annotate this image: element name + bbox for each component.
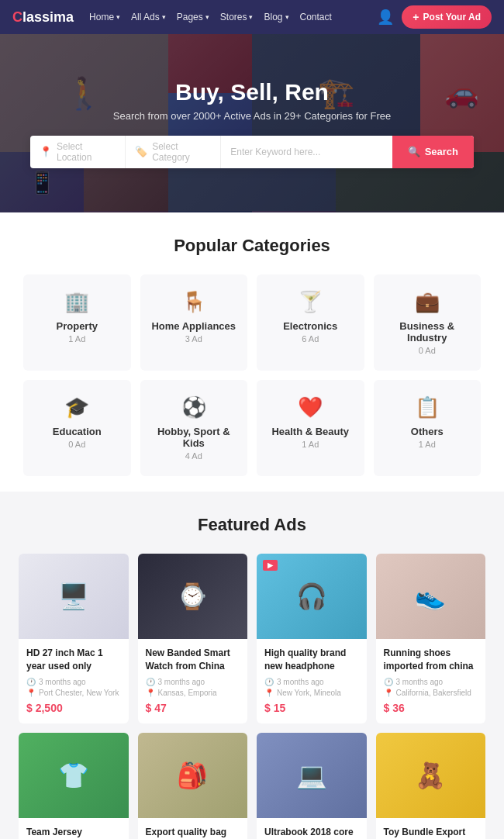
location-icon: 📍 xyxy=(40,146,52,157)
ad-title: Ultrabook 2018 core i7 with 16 GB RAM xyxy=(264,826,359,839)
ad-location: 📍 California, Bakersfield xyxy=(384,689,478,697)
category-icon: ❤️ xyxy=(266,395,355,420)
ad-image: 🖥️ xyxy=(19,554,129,639)
category-card[interactable]: 🏢 Property 1 Ad xyxy=(23,274,131,371)
category-count: 0 Ad xyxy=(33,440,122,449)
ad-price: $ 47 xyxy=(146,702,240,714)
featured-ads-section: Featured Ads 🖥️ HD 27 inch Mac 1 year us… xyxy=(0,492,504,839)
hero-overlay: Buy, Sell, Ren Search from over 2000+ Ac… xyxy=(0,34,504,212)
user-icon[interactable]: 👤 xyxy=(377,9,394,26)
navbar: Classima Home All Ads Pages Stores Blog … xyxy=(0,0,504,34)
search-bar: 📍 Select Location 🏷️ Select Category Ent… xyxy=(30,136,474,168)
category-card[interactable]: ❤️ Health & Beauty 1 Ad xyxy=(257,380,364,476)
location-pin-icon: 📍 xyxy=(26,689,36,697)
category-card[interactable]: 📋 Others 1 Ad xyxy=(374,380,482,476)
category-card[interactable]: 🍸 Electronics 6 Ad xyxy=(257,274,364,371)
category-count: 1 Ad xyxy=(33,334,122,344)
category-card[interactable]: 🎓 Education 0 Ad xyxy=(23,380,131,476)
popular-categories-section: Popular Categories 🏢 Property 1 Ad 🪑 Hom… xyxy=(0,212,504,492)
search-button[interactable]: 🔍 Search xyxy=(392,136,474,168)
ad-card-wrapper: 🖥️ HD 27 inch Mac 1 year used only 🕐 3 m… xyxy=(19,554,129,723)
ad-location: 📍 Port Chester, New York xyxy=(26,689,121,697)
ad-card-wrapper: 🧸 Toy Bundle Export Quality form China w… xyxy=(376,733,486,839)
category-card[interactable]: 🪑 Home Appliances 3 Ad xyxy=(140,274,248,371)
popular-categories-title: Popular Categories xyxy=(23,236,481,256)
category-name: Business & Industry xyxy=(383,320,472,344)
ad-title: High quality brand new headphone xyxy=(264,647,359,673)
nav-blog[interactable]: Blog xyxy=(264,12,288,22)
ad-image: 👕 xyxy=(19,733,129,818)
category-count: 1 Ad xyxy=(383,440,472,449)
category-icon: 🍸 xyxy=(266,290,355,314)
category-icon: 🏷️ xyxy=(135,146,147,157)
ad-card[interactable]: 👕 Team Jersey available in reasonable pr… xyxy=(19,733,129,839)
ad-time: 🕐 3 months ago xyxy=(384,678,478,686)
ad-card-wrapper: 💻 Ultrabook 2018 core i7 with 16 GB RAM … xyxy=(257,733,367,839)
ad-title: New Banded Smart Watch from China xyxy=(146,647,240,673)
clock-icon: 🕐 xyxy=(146,678,155,686)
location-pin-icon: 📍 xyxy=(264,689,274,697)
ad-card[interactable]: ⌚ New Banded Smart Watch from China 🕐 3 … xyxy=(138,554,248,723)
ad-location: 📍 New York, Mineola xyxy=(264,689,359,697)
category-card[interactable]: ⚽ Hobby, Sport & Kids 4 Ad xyxy=(140,380,248,476)
category-count: 3 Ad xyxy=(150,334,239,344)
ad-card[interactable]: 🖥️ HD 27 inch Mac 1 year used only 🕐 3 m… xyxy=(19,554,129,723)
ad-title: HD 27 inch Mac 1 year used only xyxy=(26,647,121,673)
keyword-field[interactable]: Enter Keyword here... xyxy=(221,136,392,168)
location-field[interactable]: 📍 Select Location xyxy=(30,136,126,168)
ad-card[interactable]: 🎒 Export quality bag pack wholesale min … xyxy=(138,733,248,839)
ad-body: Ultrabook 2018 core i7 with 16 GB RAM 🕐 … xyxy=(257,818,367,839)
ad-title: Running shoes imported from china xyxy=(384,647,478,673)
ad-title: Team Jersey available in reasonable pric… xyxy=(26,826,121,839)
nav-stores[interactable]: Stores xyxy=(220,12,254,22)
ad-title: Export quality bag pack wholesale min 10… xyxy=(146,826,240,839)
ad-time: 🕐 3 months ago xyxy=(146,678,240,686)
post-ad-button[interactable]: Post Your Ad xyxy=(402,5,492,29)
logo[interactable]: Classima xyxy=(12,9,74,26)
nav-pages[interactable]: Pages xyxy=(177,12,209,22)
category-count: 0 Ad xyxy=(383,346,472,355)
category-placeholder: Select Category xyxy=(152,141,211,163)
ad-card-wrapper: 👟 Running shoes imported from china 🕐 3 … xyxy=(376,554,486,723)
nav-all-ads[interactable]: All Ads xyxy=(131,12,166,22)
ad-card-wrapper: ⌚ New Banded Smart Watch from China 🕐 3 … xyxy=(138,554,248,723)
nav-contact[interactable]: Contact xyxy=(300,12,334,22)
hero-title: Buy, Sell, Ren xyxy=(175,79,329,105)
ad-body: Running shoes imported from china 🕐 3 mo… xyxy=(376,639,486,723)
ad-location: 📍 Kansas, Emporia xyxy=(146,689,240,697)
category-name: Others xyxy=(383,426,472,437)
category-count: 4 Ad xyxy=(150,451,239,461)
ad-card-wrapper: 🎒 Export quality bag pack wholesale min … xyxy=(138,733,248,839)
ad-image: 🧸 xyxy=(376,733,486,818)
hero-section: 🚶 🏗️ 🚗 📱 Buy, Sell, Ren Search from over… xyxy=(0,34,504,212)
featured-badge: ▶ xyxy=(263,560,278,571)
ad-time: 🕐 3 months ago xyxy=(26,678,121,686)
category-count: 6 Ad xyxy=(266,334,355,344)
nav-links: Home All Ads Pages Stores Blog Contact xyxy=(89,12,377,22)
ad-price: $ 15 xyxy=(264,702,359,714)
category-icon: 💼 xyxy=(383,290,472,314)
ad-body: Team Jersey available in reasonable pric… xyxy=(19,818,129,839)
nav-right: 👤 Post Your Ad xyxy=(377,5,492,29)
ad-card[interactable]: 👟 Running shoes imported from china 🕐 3 … xyxy=(376,554,486,723)
ad-body: Export quality bag pack wholesale min 10… xyxy=(138,818,248,839)
category-field[interactable]: 🏷️ Select Category xyxy=(126,136,221,168)
category-icon: 🏢 xyxy=(33,290,122,314)
ad-card[interactable]: 🎧 ▶ High quality brand new headphone 🕐 3… xyxy=(257,554,367,723)
category-icon: ⚽ xyxy=(150,395,239,420)
category-count: 1 Ad xyxy=(266,440,355,449)
location-pin-icon: 📍 xyxy=(384,689,393,697)
ad-image: 💻 xyxy=(257,733,367,818)
category-card[interactable]: 💼 Business & Industry 0 Ad xyxy=(374,274,482,371)
category-icon: 🎓 xyxy=(33,395,122,420)
ad-card-wrapper: 👕 Team Jersey available in reasonable pr… xyxy=(19,733,129,839)
nav-home[interactable]: Home xyxy=(89,12,120,22)
ad-card[interactable]: 🧸 Toy Bundle Export Quality form China w… xyxy=(376,733,486,839)
category-name: Electronics xyxy=(266,320,355,332)
category-name: Health & Beauty xyxy=(266,426,355,437)
ad-image: 🎒 xyxy=(138,733,248,818)
featured-ads-title: Featured Ads xyxy=(19,515,485,535)
search-icon: 🔍 xyxy=(408,146,420,157)
ad-card[interactable]: 💻 Ultrabook 2018 core i7 with 16 GB RAM … xyxy=(257,733,367,839)
hero-subtitle: Search from over 2000+ Active Ads in 29+… xyxy=(113,110,391,122)
